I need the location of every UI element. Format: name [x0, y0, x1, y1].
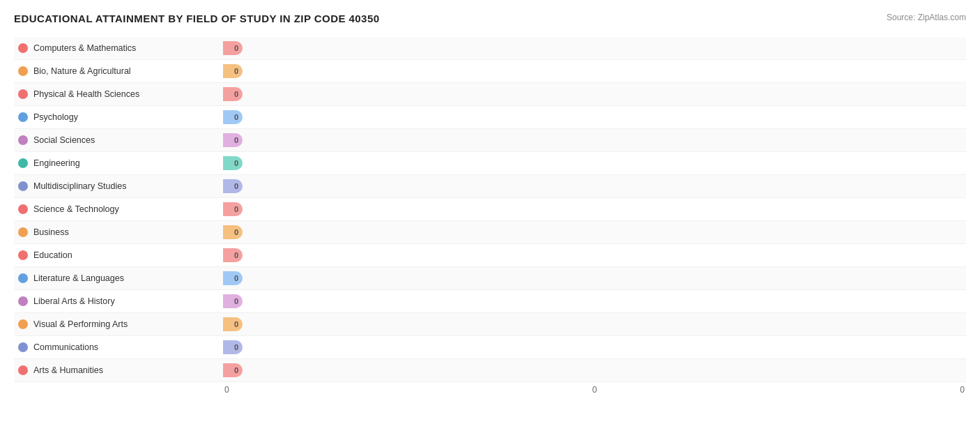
bar-fill: 0: [223, 317, 243, 331]
table-row: Literature & Languages 0: [14, 267, 966, 290]
bar-label: Bio, Nature & Agricultural: [33, 66, 131, 76]
bar-label-container: Multidisciplinary Studies: [14, 181, 223, 191]
bar-track: 0: [223, 179, 966, 193]
bar-track: 0: [223, 317, 966, 331]
bar-fill: 0: [223, 133, 243, 147]
table-row: Social Sciences 0: [14, 129, 966, 152]
x-label-center: 0: [470, 385, 718, 395]
bar-dot: [18, 250, 28, 260]
bar-fill: 0: [223, 41, 243, 55]
bar-value: 0: [234, 205, 238, 213]
x-axis: 0 0 0: [14, 385, 966, 395]
bar-value: 0: [234, 297, 238, 305]
bar-fill: 0: [223, 271, 243, 285]
bar-track: 0: [223, 87, 966, 101]
bar-track: 0: [223, 202, 966, 216]
bar-value: 0: [234, 228, 238, 236]
bar-track: 0: [223, 363, 966, 377]
bar-label-container: Computers & Mathematics: [14, 43, 223, 53]
bar-label-container: Arts & Humanities: [14, 365, 223, 375]
table-row: Visual & Performing Arts 0: [14, 313, 966, 336]
bar-value: 0: [234, 251, 238, 259]
table-row: Engineering 0: [14, 152, 966, 175]
bar-label: Communications: [33, 342, 98, 352]
bar-fill: 0: [223, 156, 243, 170]
bar-value: 0: [234, 274, 238, 282]
bar-dot: [18, 112, 28, 122]
bar-label-container: Science & Technology: [14, 204, 223, 214]
table-row: Arts & Humanities 0: [14, 359, 966, 382]
bar-label: Business: [33, 227, 69, 237]
x-label-right: 0: [717, 385, 966, 395]
table-row: Science & Technology 0: [14, 198, 966, 221]
bar-fill: 0: [223, 64, 243, 78]
bar-track: 0: [223, 156, 966, 170]
table-row: Liberal Arts & History 0: [14, 290, 966, 313]
bar-label-container: Education: [14, 250, 223, 260]
bar-value: 0: [234, 113, 238, 121]
bar-dot: [18, 273, 28, 283]
bar-dot: [18, 342, 28, 352]
bar-value: 0: [234, 44, 238, 52]
table-row: Computers & Mathematics 0: [14, 37, 966, 60]
bar-label: Physical & Health Sciences: [33, 89, 139, 99]
table-row: Multidisciplinary Studies 0: [14, 175, 966, 198]
bar-fill: 0: [223, 110, 243, 124]
bar-label-container: Social Sciences: [14, 135, 223, 145]
bar-label: Engineering: [33, 158, 80, 168]
bar-value: 0: [234, 182, 238, 190]
bar-track: 0: [223, 225, 966, 239]
bar-track: 0: [223, 271, 966, 285]
bar-dot: [18, 89, 28, 99]
bar-fill: 0: [223, 202, 243, 216]
bar-label-container: Communications: [14, 342, 223, 352]
bar-track: 0: [223, 248, 966, 262]
bar-dot: [18, 66, 28, 76]
bar-label-container: Bio, Nature & Agricultural: [14, 66, 223, 76]
chart-title: EDUCATIONAL ATTAINMENT BY FIELD OF STUDY…: [14, 13, 380, 24]
chart-area: Computers & Mathematics 0 Bio, Nature & …: [14, 37, 966, 395]
bar-label: Multidisciplinary Studies: [33, 181, 126, 191]
bar-value: 0: [234, 320, 238, 328]
bar-dot: [18, 158, 28, 168]
bar-track: 0: [223, 340, 966, 354]
bar-fill: 0: [223, 225, 243, 239]
bar-dot: [18, 296, 28, 306]
bar-label-container: Liberal Arts & History: [14, 296, 223, 306]
bar-track: 0: [223, 110, 966, 124]
bar-dot: [18, 204, 28, 214]
bar-label: Liberal Arts & History: [33, 296, 115, 306]
table-row: Education 0: [14, 244, 966, 267]
bar-dot: [18, 365, 28, 375]
bar-label: Computers & Mathematics: [33, 43, 136, 53]
bar-value: 0: [234, 159, 238, 167]
bars-container: Computers & Mathematics 0 Bio, Nature & …: [14, 37, 966, 382]
bar-dot: [18, 43, 28, 53]
bar-track: 0: [223, 133, 966, 147]
bar-dot: [18, 135, 28, 145]
bar-label: Social Sciences: [33, 135, 95, 145]
bar-dot: [18, 181, 28, 191]
table-row: Communications 0: [14, 336, 966, 359]
bar-label-container: Visual & Performing Arts: [14, 319, 223, 329]
table-row: Bio, Nature & Agricultural 0: [14, 60, 966, 83]
bar-label-container: Literature & Languages: [14, 273, 223, 283]
bar-label: Psychology: [33, 112, 78, 122]
bar-value: 0: [234, 136, 238, 144]
bar-value: 0: [234, 67, 238, 75]
bar-fill: 0: [223, 87, 243, 101]
bar-track: 0: [223, 41, 966, 55]
bar-dot: [18, 227, 28, 237]
bar-label-container: Engineering: [14, 158, 223, 168]
bar-value: 0: [234, 90, 238, 98]
bar-label: Visual & Performing Arts: [33, 319, 128, 329]
table-row: Psychology 0: [14, 106, 966, 129]
bar-label-container: Psychology: [14, 112, 223, 122]
bar-label: Arts & Humanities: [33, 365, 103, 375]
bar-value: 0: [234, 343, 238, 351]
bar-fill: 0: [223, 179, 243, 193]
bar-dot: [18, 319, 28, 329]
bar-track: 0: [223, 294, 966, 308]
source-text: Source: ZipAtlas.com: [887, 13, 966, 22]
bar-label: Science & Technology: [33, 204, 119, 214]
